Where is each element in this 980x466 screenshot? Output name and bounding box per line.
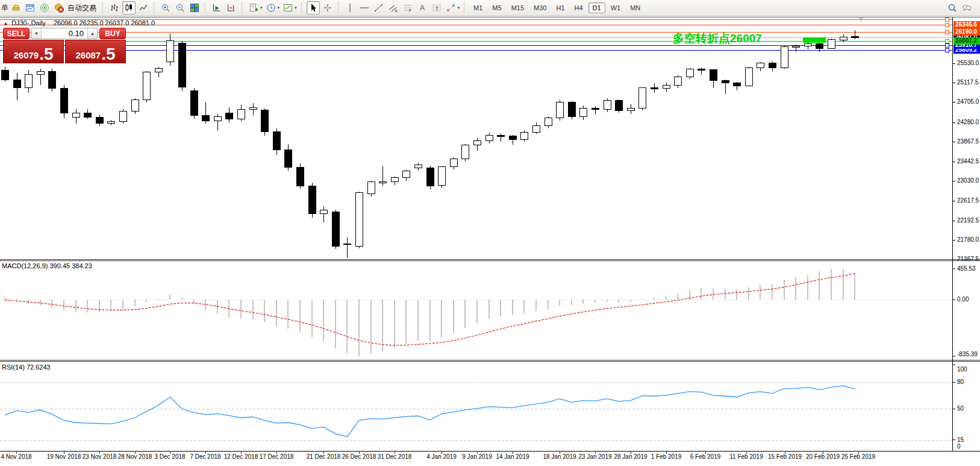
- zoom-out-icon[interactable]: [173, 1, 187, 14]
- price-axis-label: 22192.5: [957, 217, 979, 224]
- linechart-icon[interactable]: [137, 1, 150, 14]
- bars-icon[interactable]: [108, 1, 121, 14]
- toolbar: 单 自动交易▾▾▾EFAT▾M1M5M15M30H1H4D1W1MN: [0, 0, 980, 16]
- svg-text:T: T: [435, 5, 439, 11]
- highlight-rectangle[interactable]: [803, 37, 826, 43]
- date-axis-label: 25 Feb 2019: [841, 453, 875, 460]
- svg-text:F: F: [409, 8, 411, 13]
- timeframe-button-M5[interactable]: M5: [488, 2, 505, 13]
- autotrading-icon[interactable]: [52, 1, 66, 14]
- rsi-axis-label: 80: [957, 379, 964, 385]
- price-axis-label: 21780.0: [957, 236, 979, 243]
- metatrader-app: 单 自动交易▾▾▾EFAT▾M1M5M15M30H1H4D1W1MN ▲ DJ3…: [0, 0, 980, 466]
- scroll-marker-icon[interactable]: ▼: [858, 16, 864, 23]
- date-axis-label: 7 Dec 2018: [190, 453, 220, 460]
- signal-icon[interactable]: [38, 1, 51, 14]
- svg-text:E: E: [395, 9, 398, 13]
- chart-title: ▲ DJ30-,Daily 26096.0 26235.0 26037.0 26…: [4, 19, 155, 27]
- chart-annotation-text: 多空转折点26007: [673, 31, 762, 46]
- chart-window-icon[interactable]: [23, 1, 37, 14]
- date-axis-label: 15 Feb 2019: [768, 453, 802, 460]
- date-axis-label: 23 Nov 2018: [83, 453, 117, 460]
- sell-price-display[interactable]: 26079 .5: [3, 40, 64, 63]
- volume-decrease-button[interactable]: ▼: [32, 28, 42, 39]
- date-axis-label: 23 Jan 2019: [578, 453, 611, 460]
- toolbar-separator: [154, 2, 157, 13]
- date-axis-label: 4 Nov 2018: [1, 453, 31, 460]
- autotrading-label[interactable]: 自动交易: [67, 3, 96, 13]
- chart-shift-icon[interactable]: [225, 1, 238, 14]
- macd-axis-label: 0.00: [957, 296, 969, 303]
- new-order-icon[interactable]: [247, 1, 260, 14]
- rsi-indicator-label: RSI(14) 72.6243: [2, 364, 51, 371]
- timeframe-button-H1[interactable]: H1: [552, 2, 569, 13]
- cursor-icon[interactable]: [307, 1, 320, 14]
- search-icon[interactable]: [946, 1, 959, 14]
- toolbar-separator: [205, 2, 208, 13]
- price-axis-label: 22617.5: [957, 197, 979, 204]
- sell-button[interactable]: SELL: [3, 28, 30, 39]
- clock-icon[interactable]: [264, 1, 278, 14]
- macd-histogram: [5, 269, 855, 356]
- buy-button[interactable]: BUY: [99, 28, 126, 39]
- candlestick-series: [1, 30, 858, 259]
- fibonacci-icon[interactable]: F: [401, 1, 414, 14]
- timeframe-button-H4[interactable]: H4: [570, 2, 587, 13]
- crosshair-icon[interactable]: [321, 1, 334, 14]
- new-order-partial-button[interactable]: 单: [1, 3, 8, 13]
- clock-dropdown-caret[interactable]: ▾: [278, 5, 280, 10]
- indicator-template-dropdown-caret[interactable]: ▾: [295, 5, 297, 10]
- rsi-level-lines: [0, 383, 952, 441]
- sell-price-main: 26079: [13, 49, 39, 62]
- timeframe-button-W1[interactable]: W1: [607, 2, 625, 13]
- date-axis-label: 3 Dec 2018: [154, 453, 185, 460]
- toolbar-separator: [338, 2, 341, 13]
- arrows-icon[interactable]: [445, 1, 458, 14]
- date-axis-label: 9 Jan 2019: [462, 453, 492, 460]
- text-label-icon[interactable]: T: [430, 1, 443, 14]
- timeframe-group: M1M5M15M30H1H4D1W1MN: [469, 0, 645, 16]
- buy-price-display[interactable]: 26087 .5: [65, 40, 126, 63]
- timeframe-button-M15[interactable]: M15: [507, 2, 528, 13]
- date-axis-label: 31 Dec 2018: [378, 453, 412, 460]
- price-level-label: 26007.2: [953, 37, 980, 45]
- gold-icon[interactable]: [9, 1, 22, 14]
- buy-price-pips: .5: [101, 46, 115, 62]
- date-axis-label: 20 Feb 2019: [806, 453, 840, 460]
- vertical-line-icon[interactable]: [343, 1, 357, 14]
- price-axis-label: 25117.5: [957, 79, 978, 86]
- chat-icon[interactable]: [960, 1, 973, 14]
- new-order-dropdown-caret[interactable]: ▾: [260, 5, 263, 10]
- date-axis-label: 28 Jan 2019: [614, 453, 647, 460]
- volume-stepper: ▼ 0.10 ▲: [31, 28, 98, 39]
- toolbar-separator: [301, 2, 304, 13]
- expand-triangle-icon[interactable]: ▲: [4, 21, 8, 25]
- timeframe-button-D1[interactable]: D1: [588, 2, 605, 13]
- price-axis-label: 23442.5: [957, 158, 979, 165]
- tile-windows-icon[interactable]: [188, 1, 201, 14]
- candles-icon[interactable]: [122, 1, 136, 14]
- zoom-in-icon[interactable]: [159, 1, 172, 14]
- macd-axis-label: 455.53: [957, 265, 976, 272]
- text-icon[interactable]: A: [416, 1, 429, 14]
- arrows-dropdown-caret[interactable]: ▾: [458, 5, 460, 10]
- date-axis-label: 11 Feb 2019: [729, 453, 763, 460]
- volume-increase-button[interactable]: ▲: [87, 28, 97, 39]
- equidistant-channel-icon[interactable]: E: [387, 1, 400, 14]
- indicator-template-icon[interactable]: [281, 1, 295, 14]
- horizontal-line-icon[interactable]: [358, 1, 371, 14]
- rsi-axis-label: 50: [957, 405, 964, 412]
- price-axis-label: 24705.0: [957, 98, 979, 105]
- date-axis-label: 14 Jan 2019: [496, 453, 529, 460]
- auto-scroll-icon[interactable]: [210, 1, 223, 14]
- volume-input[interactable]: 0.10: [42, 28, 87, 39]
- timeframe-button-M1[interactable]: M1: [469, 2, 487, 13]
- price-chart-canvas: [0, 17, 980, 466]
- trendline-icon[interactable]: [372, 1, 385, 14]
- timeframe-button-MN[interactable]: MN: [626, 2, 644, 13]
- timeframe-button-M30[interactable]: M30: [529, 2, 551, 13]
- rsi-axis-label: 100: [957, 366, 967, 373]
- price-axis-ticks: [952, 64, 955, 260]
- date-axis-label: 21 Dec 2018: [307, 453, 341, 460]
- sell-price-pips: .5: [39, 46, 53, 62]
